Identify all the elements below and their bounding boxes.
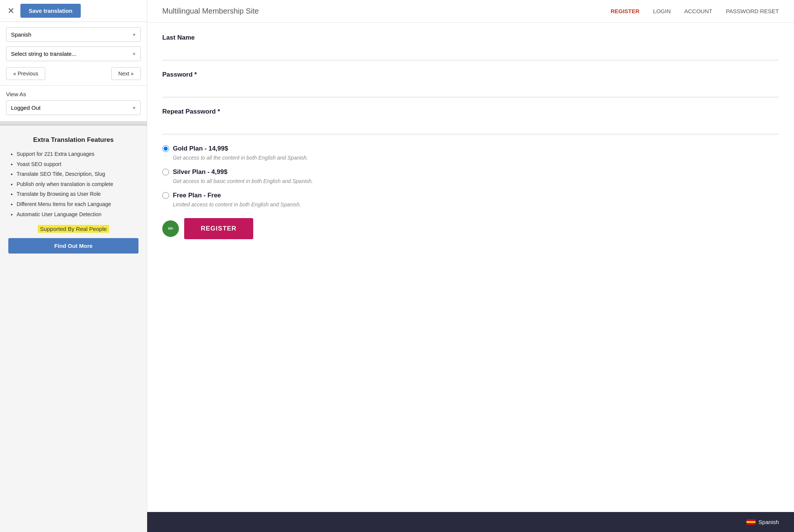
divider: [0, 121, 147, 124]
view-as-label: View As: [6, 91, 141, 97]
language-select[interactable]: Spanish French German Italian Portuguese: [6, 27, 141, 42]
password-input[interactable]: [162, 82, 779, 97]
list-item: Translate by Browsing as User Role: [17, 191, 138, 198]
repeat-password-field: Repeat Password *: [162, 108, 779, 134]
repeat-password-input[interactable]: [162, 119, 779, 134]
panel-controls: Spanish French German Italian Portuguese…: [0, 22, 147, 86]
register-button[interactable]: REGISTER: [184, 218, 253, 239]
nav-buttons: « Previous Next »: [6, 67, 141, 80]
string-select[interactable]: Select string to translate...: [6, 46, 141, 61]
nav-register[interactable]: REGISTER: [611, 8, 640, 14]
find-out-button[interactable]: Find Out More: [8, 238, 138, 254]
app-wrapper: ✕ Save translation Spanish French German…: [0, 0, 794, 532]
view-as-section: View As Logged Out Logged In: [0, 86, 147, 121]
features-list: Support for 221 Extra Languages Yoast SE…: [8, 151, 138, 218]
toolbar: ✕ Save translation: [0, 0, 147, 22]
language-switcher[interactable]: Spanish: [746, 519, 779, 525]
gold-plan-name: Gold Plan - 14,99$: [173, 145, 228, 152]
footer-language-label: Spanish: [759, 519, 779, 525]
list-item: Publish only when translation is complet…: [17, 181, 138, 188]
repeat-password-label: Repeat Password *: [162, 108, 779, 115]
list-item: Different Menu Items for each Language: [17, 201, 138, 208]
last-name-label: Last Name: [162, 34, 779, 42]
spanish-flag-icon: [746, 519, 756, 525]
password-field: Password *: [162, 71, 779, 97]
list-item: Yoast SEO support: [17, 161, 138, 168]
site-footer: Spanish: [147, 512, 794, 532]
edit-icon: ✏: [162, 220, 179, 237]
gold-plan: Gold Plan - 14,99$ Get access to all the…: [162, 145, 779, 161]
list-item: Support for 221 Extra Languages: [17, 151, 138, 158]
features-title: Extra Translation Features: [8, 136, 138, 144]
main-content: Last Name Password * Repeat Password * G…: [147, 23, 794, 512]
silver-plan-name: Silver Plan - 4,99$: [173, 168, 228, 176]
left-panel: ✕ Save translation Spanish French German…: [0, 0, 147, 532]
silver-plan-header: Silver Plan - 4,99$: [162, 168, 779, 176]
features-box: Extra Translation Features Support for 2…: [0, 126, 147, 532]
register-section: ✏ REGISTER: [162, 218, 779, 239]
language-select-wrapper: Spanish French German Italian Portuguese: [6, 27, 141, 42]
gold-plan-desc: Get access to all the content in both En…: [173, 155, 779, 161]
silver-plan-radio[interactable]: [162, 169, 169, 175]
save-translation-button[interactable]: Save translation: [20, 4, 81, 18]
free-plan: Free Plan - Free Limited access to conte…: [162, 192, 779, 208]
last-name-input[interactable]: [162, 45, 779, 60]
list-item: Translate SEO Title, Description, Slug: [17, 171, 138, 178]
free-plan-desc: Limited access to content in both Englis…: [173, 201, 779, 208]
previous-button[interactable]: « Previous: [6, 67, 45, 80]
nav-account[interactable]: ACCOUNT: [684, 8, 712, 14]
site-header: Multilingual Membership Site REGISTER LO…: [147, 0, 794, 23]
plans-section: Gold Plan - 14,99$ Get access to all the…: [162, 145, 779, 208]
free-plan-header: Free Plan - Free: [162, 192, 779, 199]
nav-login[interactable]: LOGIN: [653, 8, 671, 14]
pencil-icon: ✏: [168, 224, 174, 233]
gold-plan-radio[interactable]: [162, 145, 169, 152]
string-select-wrapper: Select string to translate...: [6, 46, 141, 61]
view-as-select[interactable]: Logged Out Logged In: [6, 100, 141, 115]
right-panel: Multilingual Membership Site REGISTER LO…: [147, 0, 794, 532]
last-name-field: Last Name: [162, 34, 779, 60]
next-button[interactable]: Next »: [111, 67, 141, 80]
silver-plan-desc: Get access to all basic content in both …: [173, 178, 779, 184]
view-as-select-wrapper: Logged Out Logged In: [6, 100, 141, 115]
free-plan-radio[interactable]: [162, 192, 169, 199]
password-label: Password *: [162, 71, 779, 78]
highlight-text: Supported By Real People: [38, 225, 109, 233]
site-title: Multilingual Membership Site: [162, 7, 596, 15]
close-button[interactable]: ✕: [5, 5, 17, 17]
site-nav: REGISTER LOGIN ACCOUNT PASSWORD RESET: [611, 8, 779, 14]
silver-plan: Silver Plan - 4,99$ Get access to all ba…: [162, 168, 779, 184]
gold-plan-header: Gold Plan - 14,99$: [162, 145, 779, 152]
free-plan-name: Free Plan - Free: [173, 192, 221, 199]
list-item: Automatic User Language Detection: [17, 211, 138, 218]
nav-password-reset[interactable]: PASSWORD RESET: [726, 8, 779, 14]
